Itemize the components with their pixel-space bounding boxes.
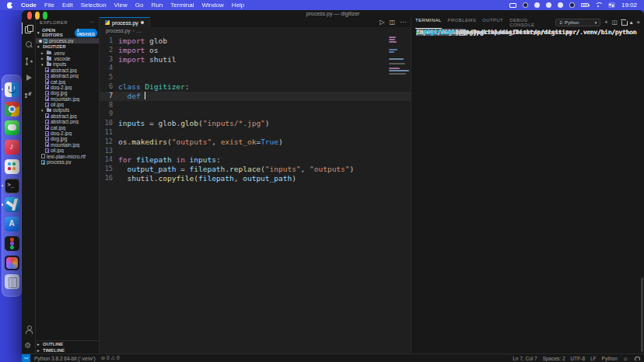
activity-settings[interactable] — [22, 337, 36, 353]
tree-item[interactable]: abstract.jpg — [36, 113, 99, 119]
close-panel-icon[interactable]: × — [637, 19, 640, 26]
tree-item[interactable]: ▸.vscode — [36, 56, 99, 61]
feedback-smiley-icon[interactable]: ☺ — [623, 356, 628, 361]
tree-item[interactable]: oil.jpg — [36, 102, 99, 107]
trash-icon — [5, 274, 19, 289]
kill-terminal-icon[interactable] — [621, 19, 626, 25]
dock-item-figma[interactable] — [5, 236, 19, 251]
section-outline[interactable]: ▸OUTLINE — [36, 341, 99, 347]
menu-item-go[interactable]: Go — [135, 2, 144, 9]
tree-item[interactable]: cat.jpg — [36, 78, 99, 84]
notifications-bell-icon[interactable] — [634, 356, 639, 360]
dock-item-music[interactable] — [5, 140, 19, 155]
encoding-status[interactable]: UTF-8 — [571, 356, 585, 361]
new-terminal-icon[interactable]: + — [604, 19, 607, 26]
activity-account[interactable] — [22, 321, 36, 337]
dock-item-appstore[interactable] — [5, 217, 19, 231]
minimap-line — [389, 44, 409, 45]
tree-item[interactable]: dog.jpg — [36, 90, 99, 96]
dock-item-terminal[interactable] — [5, 179, 19, 193]
breadcrumb-item[interactable]: … — [137, 28, 142, 33]
breadcrumb[interactable]: process.py›… — [100, 27, 411, 34]
menu-item-window[interactable]: Window — [201, 2, 223, 9]
cursor-position-status[interactable]: Ln 7, Col 7 — [513, 356, 537, 361]
project-section-header[interactable]: ▾ DIGITIZER — [36, 44, 99, 50]
terminal-selector[interactable]: 2: Python ▾ — [555, 19, 600, 26]
open-editors-header[interactable]: ▾ OPEN EDITORS 1 UNSAVED — [36, 27, 99, 38]
menu-bar-clock[interactable]: 19:02 — [621, 2, 637, 9]
battery-icon[interactable] — [581, 3, 589, 7]
explorer-more-actions-icon[interactable]: ⋯ — [89, 19, 95, 26]
tree-item[interactable]: process.py — [36, 159, 99, 165]
more-actions-icon[interactable]: ⋯ — [400, 19, 406, 26]
run-file-icon[interactable]: ▷ — [380, 19, 384, 26]
tree-item[interactable]: oil.jpg — [36, 148, 99, 153]
menu-item-file[interactable]: File — [44, 2, 54, 9]
python-interpreter-status[interactable]: Python 3.8.2 64-bit ('.venv') — [34, 356, 96, 361]
tree-item[interactable]: cat.jpg — [36, 124, 99, 130]
problems-status[interactable]: ⊘ 0 ⚠ 0 — [101, 355, 120, 361]
screen-mirroring-icon[interactable] — [509, 3, 516, 8]
code-line: 16 shutil.copyfile(filepath, output_path… — [100, 174, 411, 183]
file-icon — [45, 148, 49, 153]
open-editor-item[interactable]: process.py — [36, 38, 99, 44]
code-editor[interactable]: 1import glob2import os3import shutil456c… — [100, 34, 411, 353]
activity-run-debug[interactable] — [22, 69, 36, 85]
code-token: = — [176, 165, 189, 174]
tree-item[interactable]: lexi-plan-micro.rtf — [36, 153, 99, 158]
dock-item-vscode[interactable] — [5, 197, 19, 212]
breadcrumb-item[interactable]: process.py — [106, 28, 130, 33]
dock-item-media[interactable] — [5, 256, 19, 270]
tree-item[interactable]: abstract.png — [36, 119, 99, 124]
tree-item[interactable]: abstract.jpg — [36, 68, 99, 73]
menu-item-run[interactable]: Run — [151, 2, 163, 9]
menubar-extra-1-icon[interactable] — [523, 2, 528, 8]
split-editor-icon[interactable]: ◫ — [389, 19, 395, 26]
tree-item[interactable]: ▾inputs — [36, 61, 99, 67]
dock-item-chrome[interactable] — [5, 102, 19, 117]
tree-item[interactable]: ▾outputs — [36, 107, 99, 113]
activity-explorer[interactable] — [22, 20, 36, 37]
menu-item-terminal[interactable]: Terminal — [170, 2, 194, 9]
minimap[interactable] — [389, 36, 409, 352]
section-timeline[interactable]: ▸TIMELINE — [36, 347, 99, 353]
eol-status[interactable]: LF — [590, 356, 597, 361]
maximize-panel-icon[interactable]: ▴ — [630, 19, 633, 26]
apple-menu-icon[interactable] — [7, 2, 12, 9]
tree-item[interactable]: dog.jpg — [36, 136, 99, 141]
language-mode-status[interactable]: Python — [602, 356, 618, 361]
menubar-extra-5-icon[interactable] — [569, 2, 575, 8]
menubar-extra-4-icon[interactable] — [558, 2, 563, 8]
terminal-scrollbar[interactable] — [641, 277, 643, 352]
dock-item-finder[interactable] — [5, 82, 19, 97]
remote-indicator[interactable]: >< — [22, 354, 30, 362]
dock-item-messages[interactable] — [5, 120, 19, 135]
tree-item[interactable]: dog-2.jpg — [36, 85, 99, 90]
split-terminal-icon[interactable]: ◫ — [612, 19, 618, 26]
tree-item[interactable]: mountain.jpg — [36, 142, 99, 148]
activity-source-control[interactable] — [22, 53, 36, 69]
menubar-extra-2-icon[interactable] — [534, 2, 540, 8]
dock-item-trash[interactable] — [5, 274, 19, 289]
modified-dot-icon[interactable] — [141, 21, 145, 25]
menu-item-selection[interactable]: Selection — [81, 2, 107, 9]
running-indicator — [2, 204, 4, 206]
tree-item[interactable]: dog-2.jpg — [36, 131, 99, 136]
indentation-status[interactable]: Spaces: 2 — [543, 356, 565, 361]
activity-extensions[interactable] — [22, 85, 36, 102]
tree-item[interactable]: abstract.png — [36, 73, 99, 78]
menubar-extra-3-icon[interactable] — [546, 2, 551, 8]
tree-item[interactable]: mountain.jpg — [36, 96, 99, 102]
tree-item[interactable]: ▸.venv — [36, 50, 99, 55]
tab-process-py[interactable]: process.py — [100, 17, 150, 27]
menu-item-help[interactable]: Help — [232, 2, 244, 9]
window-title-bar[interactable]: process.py — digitizer — [22, 10, 644, 17]
menu-item-code[interactable]: Code — [21, 2, 37, 9]
control-center-icon[interactable] — [608, 2, 615, 8]
activity-search[interactable] — [22, 37, 36, 53]
terminal-output[interactable]: inputs/abstract.jpginputs/cat.jpginputs/… — [411, 27, 644, 353]
wifi-icon[interactable] — [595, 2, 602, 8]
menu-item-edit[interactable]: Edit — [62, 2, 73, 9]
menu-item-view[interactable]: View — [114, 2, 128, 9]
dock-item-slack[interactable] — [5, 159, 19, 174]
